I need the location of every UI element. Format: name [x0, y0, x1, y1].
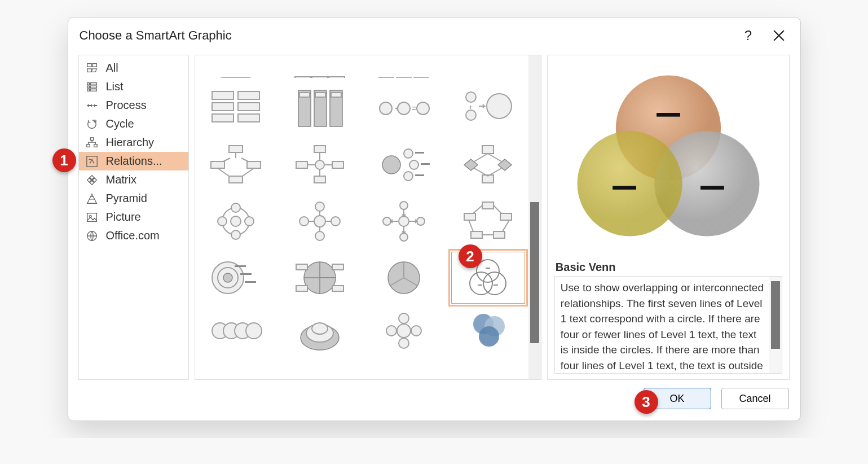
svg-point-77: [299, 217, 309, 226]
thumb-stacked-venn[interactable]: [283, 308, 356, 352]
matrix-icon: [85, 174, 99, 186]
smartart-gallery: += +: [195, 55, 541, 380]
svg-point-113: [399, 313, 409, 323]
svg-point-60: [409, 160, 418, 169]
sidebar-item-all[interactable]: All: [79, 59, 188, 77]
thumb-partial[interactable]: [451, 55, 525, 78]
dialog-title: Choose a SmartArt Graphic: [80, 28, 738, 43]
svg-point-90: [223, 273, 232, 282]
svg-rect-4: [90, 82, 96, 85]
thumb-cycle-boxes[interactable]: [451, 195, 525, 247]
svg-rect-37: [299, 93, 310, 97]
thumb-cycle-circles[interactable]: [199, 195, 272, 247]
thumb-converging-radial[interactable]: [283, 195, 356, 247]
smartart-dialog: 1 2 3 Choose a SmartArt Graphic ? All Li…: [68, 17, 801, 421]
sidebar-item-relationship[interactable]: Relations...: [79, 152, 188, 170]
thumb-basic-pie[interactable]: [367, 252, 440, 304]
svg-rect-52: [229, 176, 243, 183]
svg-rect-7: [87, 89, 89, 91]
preview-pane: Basic Venn Use to show overlapping or in…: [547, 55, 790, 380]
thumb-radial-venn[interactable]: [367, 308, 440, 352]
sidebar-label: Office.com: [106, 229, 160, 242]
sidebar-item-picture[interactable]: Picture: [79, 208, 188, 226]
sidebar-item-list[interactable]: List: [79, 77, 188, 96]
sidebar-label: Relations...: [106, 155, 162, 168]
svg-point-68: [231, 216, 241, 226]
gallery-scrollbar[interactable]: [528, 55, 541, 379]
svg-rect-39: [331, 93, 341, 97]
svg-rect-49: [229, 146, 243, 152]
sidebar-label: Matrix: [106, 173, 136, 186]
cancel-button[interactable]: Cancel: [721, 388, 789, 409]
sidebar-label: Hierarchy: [106, 136, 155, 149]
thumb-partial[interactable]: [199, 55, 272, 78]
all-icon: [85, 62, 99, 75]
svg-text:+: +: [469, 103, 473, 111]
svg-rect-63: [421, 163, 430, 165]
hierarchy-icon: [85, 137, 99, 149]
svg-point-74: [315, 202, 324, 211]
svg-rect-3: [87, 82, 89, 85]
svg-rect-2: [87, 68, 91, 72]
svg-rect-30: [212, 103, 233, 111]
svg-rect-84: [500, 213, 512, 220]
sidebar-label: All: [106, 62, 118, 75]
sidebar-item-cycle[interactable]: Cycle: [79, 115, 188, 133]
svg-point-70: [245, 217, 254, 226]
preview-scrollbar[interactable]: [769, 277, 782, 373]
sidebar-item-matrix[interactable]: Matrix: [79, 170, 188, 189]
sidebar-item-process[interactable]: Process: [79, 96, 188, 115]
svg-rect-21: [312, 77, 328, 78]
svg-point-69: [231, 203, 240, 212]
thumb-diamond-cycle[interactable]: [451, 139, 525, 191]
relationship-icon: [85, 155, 99, 168]
svg-rect-32: [212, 114, 233, 122]
thumb-equation[interactable]: +=: [367, 82, 440, 134]
svg-rect-38: [315, 93, 325, 97]
svg-rect-125: [700, 186, 724, 190]
svg-point-81: [400, 233, 408, 241]
preview-description: Use to show overlapping or interconnecte…: [555, 277, 770, 373]
thumb-colored-venn[interactable]: [451, 308, 525, 352]
svg-rect-54: [296, 161, 307, 168]
picture-icon: [85, 211, 99, 224]
sidebar-item-officecom[interactable]: Office.com: [79, 226, 188, 245]
sidebar-item-pyramid[interactable]: Pyramid: [79, 189, 188, 208]
svg-rect-103: [478, 284, 482, 286]
thumb-partial[interactable]: [367, 55, 440, 78]
thumb-radial-cluster[interactable]: [367, 139, 440, 191]
thumb-segmented[interactable]: [283, 252, 356, 304]
svg-rect-10: [90, 137, 94, 140]
preview-image: [554, 55, 783, 256]
svg-text:=: =: [412, 104, 416, 113]
gallery-viewport: += +: [195, 55, 528, 379]
titlebar: Choose a SmartArt Graphic ?: [68, 17, 800, 49]
thumb-linear-venn[interactable]: [199, 308, 272, 352]
svg-rect-96: [296, 286, 307, 291]
svg-point-108: [246, 323, 262, 339]
preview-description-box: Use to show overlapping or interconnecte…: [554, 276, 783, 374]
thumb-hierarchy-arrows[interactable]: [199, 139, 272, 191]
thumb-diverging-radial[interactable]: [367, 195, 440, 247]
help-button[interactable]: ?: [738, 25, 759, 46]
svg-rect-13: [86, 156, 96, 166]
svg-rect-5: [87, 86, 89, 88]
sidebar-item-hierarchy[interactable]: Hierarchy: [79, 133, 188, 152]
svg-point-44: [417, 102, 429, 115]
svg-point-57: [315, 160, 324, 169]
svg-point-59: [404, 149, 413, 158]
svg-rect-1: [92, 63, 96, 67]
annotation-badge-2: 2: [459, 244, 482, 268]
svg-rect-33: [238, 114, 259, 122]
thumb-plus-layout[interactable]: +: [451, 82, 525, 134]
thumb-radial-boxes[interactable]: [283, 139, 356, 191]
thumb-partial[interactable]: [283, 55, 356, 78]
svg-rect-95: [332, 264, 343, 270]
thumb-vertical-box-list[interactable]: [283, 82, 356, 134]
close-button[interactable]: [769, 25, 789, 46]
list-icon: [85, 81, 99, 93]
thumb-grouped-list[interactable]: [199, 82, 272, 134]
svg-rect-62: [415, 152, 424, 154]
svg-rect-8: [90, 89, 96, 91]
thumb-target[interactable]: [199, 252, 272, 304]
